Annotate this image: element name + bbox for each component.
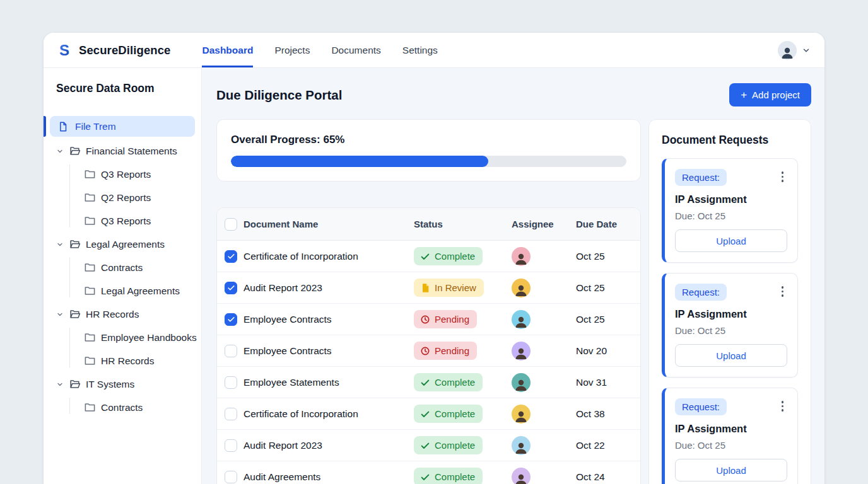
brand: S SecureDiligence (56, 33, 170, 67)
tree-subfolder[interactable]: Q3 Reports (69, 209, 201, 233)
tree-subfolder[interactable]: Q2 Reports (69, 186, 201, 209)
tree-folder-2[interactable]: HR Records (44, 302, 201, 326)
app-logo-icon: S (56, 42, 73, 59)
tree-subfolder[interactable]: Contracts (69, 396, 201, 419)
table-header-row: Document Name Status Assignee Due Date (217, 208, 640, 241)
tree-subfolder-label: Q3 Reports (101, 216, 151, 227)
progress-bar-track (231, 156, 626, 167)
tab-dashboard[interactable]: Dashboard (202, 33, 253, 67)
brand-title: SecureDiligence (79, 43, 170, 57)
sidebar: Secure Data Room File Trem Financial Sta… (44, 68, 202, 484)
tree-folder-0[interactable]: Financial Statements (44, 139, 201, 163)
tree-subfolder-label: Legal Agreements (101, 285, 180, 297)
assignee-avatar (512, 373, 531, 392)
requests-title: Document Requests (662, 134, 798, 147)
person-icon (780, 45, 795, 60)
row-checkbox[interactable] (225, 471, 237, 483)
upload-button[interactable]: Upload (675, 344, 787, 367)
row-checkbox[interactable] (225, 376, 237, 389)
folder-open-icon (69, 308, 81, 320)
page-title: Due Diligence Portal (216, 88, 342, 103)
status-label: Complete (435, 408, 475, 419)
due-date: Nov 31 (576, 377, 630, 388)
documents-table: Document Name Status Assignee Due Date C… (216, 207, 641, 484)
table-row[interactable]: Certificate of IncorporationCompleteOct … (217, 398, 640, 430)
add-project-button[interactable]: + Add project (729, 83, 811, 107)
tree-folder-1[interactable]: Legal Agreements (44, 233, 201, 256)
folder-icon (84, 215, 96, 227)
right-column: Document Requests Request:IP AssignmentD… (648, 119, 811, 484)
file-icon (57, 121, 69, 132)
chevron-down-icon[interactable] (56, 381, 64, 388)
assignee-avatar (512, 436, 531, 455)
chevron-down-icon[interactable] (56, 241, 64, 248)
request-card-header: Request: (675, 284, 787, 301)
request-due: Due: Oct 25 (675, 210, 787, 221)
table-row[interactable]: Employee ContractsPendingOct 25 (217, 304, 640, 335)
status-cell: Pending (414, 342, 512, 360)
top-navbar: S SecureDiligence DashboardProjectsDocum… (44, 33, 824, 68)
table-row[interactable]: Employee StatementsCompleteNov 31 (217, 367, 640, 398)
table-row[interactable]: Employee ContractsPendingNov 20 (217, 335, 640, 367)
row-checkbox[interactable] (225, 439, 237, 452)
tree-children: ContractsLegal Agreements (69, 256, 201, 302)
tree-subfolder[interactable]: Employee Handbooks (69, 326, 201, 349)
tree-subfolder[interactable]: Contracts (69, 256, 201, 279)
request-chip: Request: (675, 169, 727, 186)
due-date: Oct 24 (576, 471, 630, 483)
document-name: Employee Statements (243, 377, 414, 388)
status-badge: Pending (414, 310, 477, 328)
assignee-cell (512, 373, 576, 392)
file-tree: Financial StatementsQ3 ReportsQ2 Reports… (44, 139, 201, 419)
sidebar-item-file-tree[interactable]: File Trem (50, 116, 195, 137)
folder-open-icon (69, 145, 81, 157)
folder-icon (84, 355, 96, 367)
status-badge: Complete (414, 468, 483, 484)
table-row[interactable]: Audit Report 2023In ReviewOct 25 (217, 272, 640, 304)
tree-folder-3[interactable]: IT Systems (44, 372, 201, 396)
row-checkbox[interactable] (225, 408, 237, 420)
tree-subfolder[interactable]: Legal Agreements (69, 279, 201, 302)
request-card-header: Request: (675, 169, 787, 186)
upload-button[interactable]: Upload (675, 229, 787, 252)
status-badge: Complete (414, 247, 483, 265)
kebab-menu-icon[interactable] (778, 169, 788, 185)
col-status: Status (414, 219, 512, 229)
upload-button[interactable]: Upload (675, 459, 787, 481)
status-badge: Complete (414, 436, 483, 454)
user-menu[interactable] (778, 33, 811, 67)
table-row[interactable]: Certificate of IncorporationCompleteOct … (217, 241, 640, 272)
chevron-down-icon[interactable] (802, 46, 811, 55)
assignee-cell (512, 310, 576, 329)
row-checkbox[interactable] (225, 250, 237, 263)
request-card: Request:IP AssignmentDue: Oct 25Upload (662, 388, 798, 484)
table-row[interactable]: Audit Report 2023CompleteOct 22 (217, 430, 640, 461)
document-name: Employee Contracts (243, 345, 414, 357)
tab-settings[interactable]: Settings (402, 33, 438, 67)
assignee-avatar (512, 342, 531, 360)
doc-icon (420, 283, 430, 293)
request-due: Due: Oct 25 (675, 440, 787, 451)
table-row[interactable]: Audit AgreementsCompleteOct 24 (217, 461, 640, 484)
kebab-menu-icon[interactable] (778, 284, 788, 299)
request-card: Request:IP AssignmentDue: Oct 25Upload (662, 273, 798, 377)
select-all-checkbox[interactable] (225, 218, 237, 231)
user-avatar[interactable] (778, 41, 797, 60)
request-card-header: Request: (675, 398, 787, 415)
overall-progress-card: Overall Progress: 65% (216, 119, 641, 182)
request-card: Request:IP AssignmentDue: Oct 25Upload (662, 158, 798, 263)
main-header: Due Diligence Portal + Add project (216, 83, 811, 107)
row-checkbox[interactable] (225, 313, 237, 326)
check-icon (420, 409, 430, 419)
tab-documents[interactable]: Documents (331, 33, 380, 67)
kebab-menu-icon[interactable] (778, 398, 788, 414)
row-checkbox[interactable] (225, 282, 237, 294)
main-content: Due Diligence Portal + Add project Overa… (202, 68, 824, 484)
row-checkbox[interactable] (225, 345, 237, 357)
tree-subfolder[interactable]: Q3 Reports (69, 163, 201, 186)
tab-projects[interactable]: Projects (274, 33, 310, 67)
chevron-down-icon[interactable] (56, 147, 64, 155)
request-list: Request:IP AssignmentDue: Oct 25UploadRe… (662, 158, 798, 484)
chevron-down-icon[interactable] (56, 311, 64, 318)
tree-subfolder[interactable]: HR Records (69, 349, 201, 372)
